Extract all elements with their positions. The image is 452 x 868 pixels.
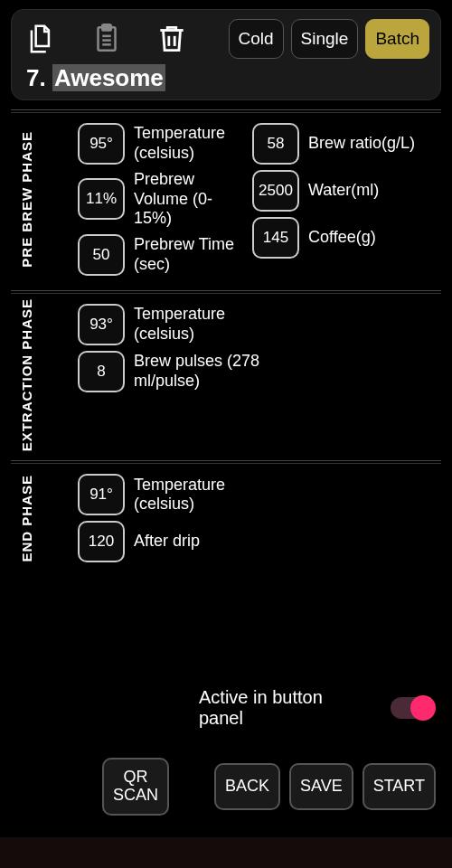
divider: [11, 290, 441, 291]
param-after-drip: 120 After drip: [78, 521, 441, 562]
prebrew-time-value[interactable]: 50: [78, 234, 125, 276]
extraction-temp-value[interactable]: 93°: [78, 304, 125, 345]
brew-ratio-value[interactable]: 58: [252, 123, 299, 165]
after-drip-label: After drip: [134, 532, 200, 552]
mode-single-button[interactable]: Single: [291, 19, 359, 59]
toggle-knob: [410, 695, 436, 721]
param-extraction-temp: 93° Temperature (celsius): [78, 304, 441, 345]
water-value[interactable]: 2500: [252, 170, 299, 212]
section-label-col: END PHASE: [11, 468, 42, 568]
param-prebrew-volume: 11% Prebrew Volume (0-15%): [78, 170, 241, 229]
section-title-prebrew: PRE BREW PHASE: [19, 131, 34, 268]
after-drip-value[interactable]: 120: [78, 521, 125, 562]
section-title-extraction: EXTRACTION PHASE: [19, 298, 34, 451]
param-prebrew-temp: 95° Temperature (celsius): [78, 123, 241, 165]
save-button[interactable]: SAVE: [289, 763, 353, 810]
prebrew-temp-value[interactable]: 95°: [78, 123, 125, 165]
prebrew-temp-label: Temperature (celsius): [134, 124, 241, 163]
bottom-action-bar: QR SCAN BACK SAVE START: [0, 758, 452, 816]
param-end-temp: 91° Temperature (celsius): [78, 474, 441, 515]
trash-icon[interactable]: [153, 20, 191, 58]
param-brew-ratio: 58 Brew ratio(g/L): [252, 123, 445, 165]
recipe-index: 7.: [26, 64, 46, 91]
brew-pulses-value[interactable]: 8: [78, 351, 125, 392]
param-coffee: 145 Coffee(g): [252, 217, 445, 259]
mode-batch-button[interactable]: Batch: [365, 19, 429, 59]
coffee-value[interactable]: 145: [252, 217, 299, 259]
coffee-label: Coffee(g): [308, 228, 376, 248]
header-top-row: Cold Single Batch: [23, 19, 429, 59]
extraction-temp-label: Temperature (celsius): [134, 305, 274, 344]
section-prebrew: PRE BREW PHASE 95° Temperature (celsius)…: [11, 118, 441, 281]
brew-ratio-label: Brew ratio(g/L): [308, 134, 415, 154]
svg-rect-1: [102, 24, 111, 30]
paste-icon[interactable]: [88, 20, 126, 58]
main-content: PRE BREW PHASE 95° Temperature (celsius)…: [11, 109, 441, 568]
active-in-panel-row: Active in button panel: [0, 687, 452, 729]
divider: [11, 460, 441, 461]
header-icon-group: [23, 20, 191, 58]
section-end: END PHASE 91° Temperature (celsius) 120 …: [11, 468, 441, 568]
bottom-strip: [0, 837, 452, 868]
end-temp-value[interactable]: 91°: [78, 474, 125, 515]
start-button[interactable]: START: [363, 763, 436, 810]
water-label: Water(ml): [308, 181, 379, 201]
header-panel: Cold Single Batch 7. Awesome: [11, 9, 441, 100]
mode-cold-button[interactable]: Cold: [229, 19, 284, 59]
section-extraction: EXTRACTION PHASE 93° Temperature (celsiu…: [11, 298, 441, 451]
section-title-end: END PHASE: [19, 475, 34, 562]
active-in-panel-label: Active in button panel: [199, 687, 362, 729]
mode-toggle-group: Cold Single Batch: [229, 19, 430, 59]
prebrew-volume-value[interactable]: 11%: [78, 178, 125, 220]
recipe-title: 7. Awesome: [23, 64, 429, 92]
divider: [11, 109, 441, 110]
recipe-name[interactable]: Awesome: [52, 64, 165, 91]
section-label-col: PRE BREW PHASE: [11, 118, 42, 281]
param-water: 2500 Water(ml): [252, 170, 445, 212]
prebrew-volume-label: Prebrew Volume (0-15%): [134, 170, 241, 229]
prebrew-time-label: Prebrew Time (sec): [134, 235, 241, 274]
end-temp-label: Temperature (celsius): [134, 476, 274, 514]
param-prebrew-time: 50 Prebrew Time (sec): [78, 234, 241, 276]
param-brew-pulses: 8 Brew pulses (278 ml/pulse): [78, 351, 441, 392]
back-button[interactable]: BACK: [214, 763, 280, 810]
section-label-col: EXTRACTION PHASE: [11, 298, 42, 451]
active-in-panel-toggle[interactable]: [391, 697, 434, 719]
duplicate-icon[interactable]: [23, 20, 61, 58]
qr-scan-button[interactable]: QR SCAN: [102, 758, 169, 816]
brew-pulses-label: Brew pulses (278 ml/pulse): [134, 352, 274, 391]
